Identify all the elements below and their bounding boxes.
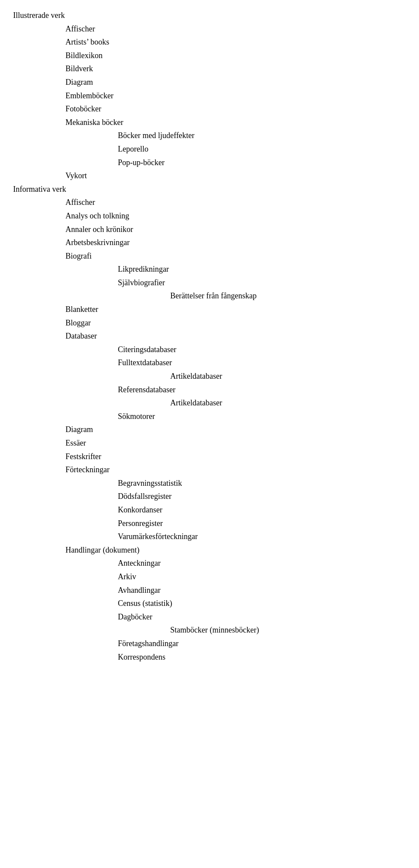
list-item: Citeringsdatabaser — [118, 343, 406, 356]
list-item: Fulltextdatabaser — [118, 356, 406, 370]
list-item: Blanketter — [65, 303, 406, 316]
list-item: Affischer — [65, 22, 406, 36]
list-item: Illustrerade verk — [13, 9, 406, 22]
list-item: Varumärkesförteckningar — [118, 530, 406, 543]
list-item: Bloggar — [65, 316, 406, 330]
list-item: Informativa verk — [13, 183, 406, 196]
list-item: Självbiografier — [118, 276, 406, 290]
list-item: Annaler och krönikor — [65, 223, 406, 236]
list-item: Konkordanser — [118, 503, 406, 517]
list-item: Avhandlingar — [118, 584, 406, 597]
list-item: Sökmotorer — [118, 410, 406, 423]
list-item: Festskrifter — [65, 450, 406, 463]
list-item: Databaser — [65, 329, 406, 343]
list-item: Böcker med ljudeffekter — [118, 129, 406, 142]
list-item: Vykort — [65, 169, 406, 183]
list-item: Biografi — [65, 249, 406, 263]
list-item: Referensdatabaser — [118, 383, 406, 397]
list-item: Berättelser från fångenskap — [170, 289, 406, 303]
list-item: Företagshandlingar — [118, 637, 406, 650]
list-item: Artists’ books — [65, 35, 406, 49]
list-item: Mekaniska böcker — [65, 116, 406, 129]
list-item: Artikeldatabaser — [170, 370, 406, 383]
classification-tree: Illustrerade verkAffischerArtists’ books… — [13, 9, 406, 664]
list-item: Förteckningar — [65, 463, 406, 477]
list-item: Affischer — [65, 196, 406, 209]
list-item: Personregister — [118, 517, 406, 530]
list-item: Pop-up-böcker — [118, 156, 406, 169]
list-item: Handlingar (dokument) — [65, 543, 406, 557]
list-item: Stamböcker (minnesböcker) — [170, 623, 406, 637]
list-item: Census (statistik) — [118, 597, 406, 610]
list-item: Diagram — [65, 76, 406, 89]
list-item: Artikeldatabaser — [170, 396, 406, 410]
list-item: Diagram — [65, 423, 406, 436]
list-item: Leporello — [118, 142, 406, 156]
list-item: Likpredikningar — [118, 263, 406, 276]
list-item: Dagböcker — [118, 610, 406, 624]
list-item: Arkiv — [118, 570, 406, 584]
list-item: Bildlexikon — [65, 49, 406, 62]
list-item: Korrespondens — [118, 650, 406, 664]
list-item: Essäer — [65, 436, 406, 450]
list-item: Analys och tolkning — [65, 209, 406, 223]
list-item: Arbetsbeskrivningar — [65, 236, 406, 249]
list-item: Emblemböcker — [65, 89, 406, 103]
list-item: Begravningsstatistik — [118, 477, 406, 490]
list-item: Fotoböcker — [65, 102, 406, 116]
list-item: Bildverk — [65, 62, 406, 76]
list-item: Dödsfallsregister — [118, 490, 406, 503]
list-item: Anteckningar — [118, 557, 406, 570]
